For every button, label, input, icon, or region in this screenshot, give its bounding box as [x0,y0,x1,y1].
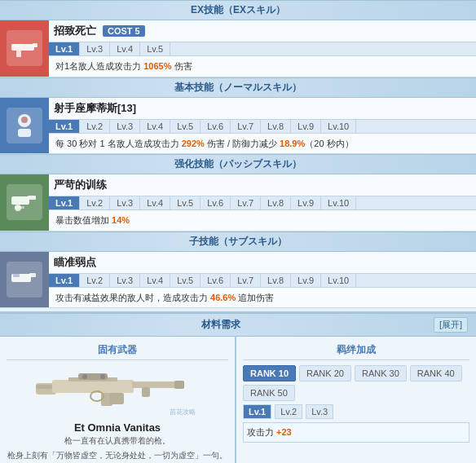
normal-lv-tab-10[interactable]: Lv.10 [321,120,356,133]
rank-lv-tabs: Lv.1 Lv.2 Lv.3 [243,404,469,419]
material-body: 固有武器 [0,337,476,463]
passive-lv-tab-9[interactable]: Lv.9 [291,196,321,209]
svg-rect-13 [13,274,20,277]
normal-lv-tab-1[interactable]: Lv.1 [49,120,80,133]
sub-lv-tab-1[interactable]: Lv.1 [49,274,80,287]
sub-lv-tab-9[interactable]: Lv.9 [291,274,321,287]
rank-btn-20[interactable]: RANK 20 [299,365,351,381]
svg-rect-3 [11,44,21,47]
svg-point-6 [21,117,28,123]
ex-skill-header: EX技能（EXスキル） [0,0,476,20]
passive-skill-name-row: 严苛的训练 [49,174,476,196]
ex-skill-name: 招致死亡 [54,24,96,38]
svg-rect-10 [15,206,24,209]
weapon-section: 固有武器 [0,337,236,463]
normal-lv-tab-8[interactable]: Lv.8 [261,120,291,133]
normal-skill-desc: 每 30 秒对 1 名敌人造成攻击力 292% 伤害 / 防御力减少 18.9%… [49,134,476,154]
passive-lv-tab-1[interactable]: Lv.1 [49,196,80,209]
ex-skill-row: 招致死亡 COST 5 Lv.1 Lv.3 Lv.4 Lv.5 对1名敌人造成攻… [0,20,476,77]
svg-rect-12 [29,273,36,277]
svg-rect-1 [33,43,37,47]
ex-skill-icon [0,20,49,77]
weapon-image-wrapper: 苗花攻略 [36,365,199,418]
svg-point-23 [82,374,87,379]
rank-btn-30[interactable]: RANK 30 [355,365,407,381]
sub-lv-tab-10[interactable]: Lv.10 [321,274,356,287]
svg-rect-17 [132,381,177,388]
weapon-title: 固有武器 [7,343,228,360]
sub-lv-tab-8[interactable]: Lv.8 [261,274,291,287]
rank-btn-40[interactable]: RANK 40 [410,365,462,381]
svg-rect-25 [142,387,150,397]
ex-lv-tab-3[interactable]: Lv.3 [80,42,110,55]
sub-skill-desc: 攻击有减益效果的敌人时，造成攻击力 46.6% 追加伤害 [49,288,476,308]
ex-skill-lv-tabs: Lv.1 Lv.3 Lv.4 Lv.5 [49,42,476,56]
passive-skill-name: 严苛的训练 [54,178,107,192]
svg-rect-15 [36,385,52,389]
passive-skill-lv-tabs: Lv.1 Lv.2 Lv.3 Lv.4 Lv.5 Lv.6 Lv.7 Lv.8 … [49,196,476,210]
svg-rect-2 [16,51,21,57]
svg-rect-16 [52,380,134,393]
normal-lv-tab-7[interactable]: Lv.7 [231,120,261,133]
normal-lv-tab-4[interactable]: Lv.4 [140,120,170,133]
normal-skill-name-row: 射手座摩蒂斯[13] [49,98,476,119]
svg-point-24 [100,374,105,379]
passive-lv-tab-5[interactable]: Lv.5 [170,196,201,209]
passive-lv-tab-2[interactable]: Lv.2 [80,196,110,209]
passive-lv-tab-8[interactable]: Lv.8 [261,196,291,209]
ex-lv-tab-1[interactable]: Lv.1 [49,42,80,55]
sub-lv-tab-5[interactable]: Lv.5 [170,274,201,287]
rank-title: 羁绊加成 [243,343,469,360]
sub-skill-lv-tabs: Lv.1 Lv.2 Lv.3 Lv.4 Lv.5 Lv.6 Lv.7 Lv.8 … [49,273,476,288]
sub-skill-content: 瞄准弱点 Lv.1 Lv.2 Lv.3 Lv.4 Lv.5 Lv.6 Lv.7 … [49,252,476,308]
sub-lv-tab-6[interactable]: Lv.6 [201,274,231,287]
ex-lv-tab-4[interactable]: Lv.4 [110,42,140,55]
passive-skill-header: 强化技能（パッシブスキル） [0,154,476,174]
watermark: 苗花攻略 [170,408,196,417]
weapon-name: Et Omnia Vanitas [7,421,228,434]
ex-lv-tab-5[interactable]: Lv.5 [140,42,170,55]
rank-section: 羁绊加成 RANK 10 RANK 20 RANK 30 RANK 40 RAN… [236,337,476,463]
normal-lv-tab-3[interactable]: Lv.3 [110,120,140,133]
passive-lv-tab-10[interactable]: Lv.10 [321,196,356,209]
sub-skill-name: 瞄准弱点 [54,255,96,270]
passive-lv-tab-4[interactable]: Lv.4 [140,196,170,209]
rank-stats: 攻击力 +23 [243,422,469,443]
normal-skill-icon [0,98,49,154]
rank-btn-50[interactable]: RANK 50 [243,385,295,401]
rank-lv-tab-3[interactable]: Lv.3 [306,404,333,419]
normal-skill-content: 射手座摩蒂斯[13] Lv.1 Lv.2 Lv.3 Lv.4 Lv.5 Lv.6… [49,98,476,154]
weapon-gun-svg [36,365,199,410]
normal-skill-header: 基本技能（ノーマルスキル） [0,77,476,98]
material-header: 材料需求 [展开] [0,313,476,337]
sub-lv-tab-3[interactable]: Lv.3 [110,274,140,287]
normal-lv-tab-2[interactable]: Lv.2 [80,120,110,133]
weapon-flavor1: 枪一直有在认真携带着的枪。 [7,435,228,447]
normal-skill-row: 射手座摩蒂斯[13] Lv.1 Lv.2 Lv.3 Lv.4 Lv.5 Lv.6… [0,98,476,155]
rank-btn-10[interactable]: RANK 10 [243,365,296,381]
svg-rect-20 [109,393,124,404]
material-section: 材料需求 [展开] 固有武器 [0,311,476,463]
normal-skill-name: 射手座摩蒂斯[13] [54,101,136,116]
rank-lv-tab-2[interactable]: Lv.2 [275,404,302,419]
svg-rect-7 [11,196,29,205]
normal-lv-tab-9[interactable]: Lv.9 [291,120,321,133]
sub-lv-tab-2[interactable]: Lv.2 [80,274,110,287]
passive-lv-tab-3[interactable]: Lv.3 [110,196,140,209]
collapse-button[interactable]: [展开] [434,317,468,333]
ex-skill-content: 招致死亡 COST 5 Lv.1 Lv.3 Lv.4 Lv.5 对1名敌人造成攻… [49,20,476,77]
passive-skill-content: 严苛的训练 Lv.1 Lv.2 Lv.3 Lv.4 Lv.5 Lv.6 Lv.7… [49,174,476,231]
normal-lv-tab-5[interactable]: Lv.5 [170,120,201,133]
weapon-flavor2: 枪身上刻有「万物皆虚空，无论身处处，一切为虚空」一句。 [7,450,228,461]
rank-lv-tab-1[interactable]: Lv.1 [243,404,271,419]
passive-lv-tab-7[interactable]: Lv.7 [231,196,261,209]
passive-lv-tab-6[interactable]: Lv.6 [201,196,231,209]
svg-rect-5 [18,129,31,137]
ex-cost-badge: COST 5 [103,25,145,37]
ex-skill-name-row: 招致死亡 COST 5 [49,20,476,42]
sub-lv-tab-4[interactable]: Lv.4 [140,274,170,287]
sub-skill-icon [0,252,49,308]
sub-lv-tab-7[interactable]: Lv.7 [231,274,261,287]
sub-skill-row: 瞄准弱点 Lv.1 Lv.2 Lv.3 Lv.4 Lv.5 Lv.6 Lv.7 … [0,252,476,309]
normal-lv-tab-6[interactable]: Lv.6 [201,120,231,133]
